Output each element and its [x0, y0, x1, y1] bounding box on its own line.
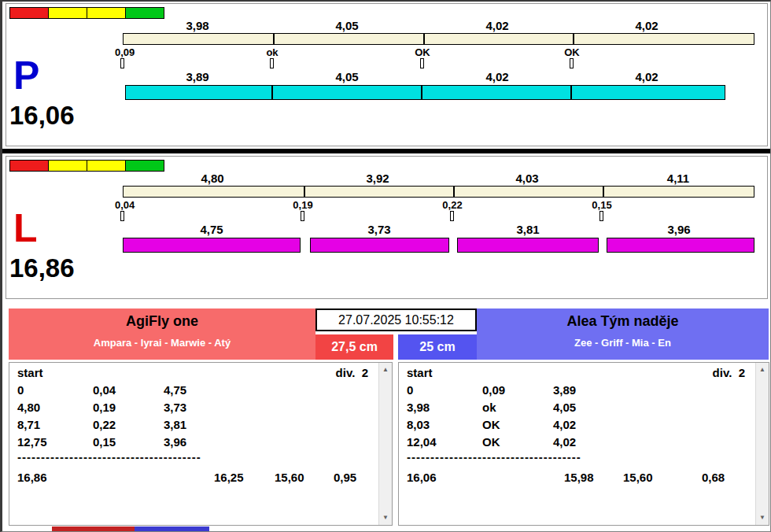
cell-exchange: OK	[482, 435, 500, 449]
run-bar-segment	[310, 238, 449, 253]
run-time: 4,02	[485, 70, 508, 83]
run-time: 4,05	[335, 70, 358, 83]
run-bar-segment	[457, 238, 599, 253]
cell-start-time: 4,80	[17, 401, 40, 414]
run-time: 3,96	[667, 223, 690, 236]
cutoff-row-blue	[135, 526, 209, 532]
team-left-name: AgiFly one	[9, 313, 315, 330]
results-right-scrollbar[interactable]: ▲ ▼	[755, 363, 769, 525]
light-yellow-icon	[87, 8, 126, 18]
exchange-tick	[450, 211, 454, 221]
exchange-tick	[420, 58, 424, 68]
run-time: 3,73	[367, 223, 390, 236]
exchange-tick	[270, 58, 274, 68]
run-bar-cyan	[125, 85, 725, 100]
lane-p-panel: 3,98 4,05 4,02 4,02 0,09 ok OK OK 3,89 4…	[6, 3, 768, 146]
total-time: 16,86	[17, 471, 47, 484]
run-time: 4,75	[200, 223, 223, 236]
lane-divider	[2, 149, 771, 153]
exchange-tick	[301, 211, 304, 221]
bar-divider	[421, 86, 422, 99]
cell-start-time: 12,04	[407, 435, 437, 449]
scroll-up-icon[interactable]: ▲	[379, 364, 392, 376]
exchange-label: OK	[564, 46, 580, 58]
cell-run-time: 4,02	[553, 418, 576, 431]
sum-run-times: 15,98	[564, 471, 594, 484]
start-lights	[9, 7, 164, 19]
reference-bar	[123, 33, 754, 45]
exchange-label: 0,04	[115, 199, 135, 211]
cell-start-time: 0	[407, 383, 413, 397]
exchange-tick	[120, 58, 124, 68]
cell-exchange: OK	[482, 418, 500, 431]
results-separator: ---------------------------------------	[17, 450, 201, 464]
cell-run-time: 4,75	[164, 383, 186, 397]
exchange-tick	[120, 211, 124, 221]
scroll-down-icon[interactable]: ▼	[756, 512, 769, 524]
bar-divider	[273, 34, 275, 44]
cell-start-time: 3,98	[407, 401, 430, 414]
results-left-scrollbar[interactable]: ▲ ▼	[378, 363, 392, 525]
reference-bar	[123, 186, 754, 198]
cell-start-time: 0	[17, 383, 24, 397]
lane-l-panel: 4,80 3,92 4,03 4,11 0,04 0,19 0,22 0,15 …	[6, 156, 768, 299]
exchange-label: OK	[415, 46, 430, 58]
split-time: 4,05	[335, 19, 358, 32]
light-green-icon	[126, 8, 164, 18]
light-red-icon	[10, 8, 49, 18]
results-header-division: div. 2	[713, 366, 745, 379]
exchange-tick	[599, 211, 603, 221]
scroll-up-icon[interactable]: ▲	[756, 364, 769, 376]
time-difference: 0,95	[334, 471, 356, 484]
standard-time: 15,60	[275, 471, 304, 484]
split-time: 4,03	[515, 172, 538, 185]
split-time: 4,80	[201, 172, 223, 185]
standard-time: 15,60	[623, 471, 653, 484]
exchange-label: 0,15	[592, 199, 611, 211]
split-time: 3,92	[366, 172, 389, 185]
team-left-header: AgiFly one Ampara - Iyrai - Marwie - Atý	[9, 308, 315, 360]
exchange-label: ok	[266, 46, 278, 58]
results-header-division: div. 2	[336, 366, 368, 379]
split-time: 3,98	[186, 19, 208, 32]
light-green-icon	[126, 161, 164, 171]
jump-height-right: 25 cm	[398, 334, 477, 360]
bar-divider	[423, 34, 425, 44]
cell-start-time: 8,71	[17, 418, 40, 431]
run-time: 3,89	[186, 70, 208, 83]
bar-divider	[603, 187, 604, 197]
run-time: 4,02	[635, 70, 658, 83]
exchange-label: 0,22	[442, 199, 462, 211]
cell-start-time: 8,03	[407, 418, 430, 431]
timestamp: 27.07.2025 10:55:12	[315, 308, 477, 331]
lane-total-p: 16,06	[9, 102, 75, 130]
scroll-down-icon[interactable]: ▼	[379, 512, 392, 524]
results-separator: -------------------------------------	[407, 450, 581, 464]
lane-letter-p: P	[13, 56, 39, 95]
cell-run-time: 3,96	[164, 435, 186, 449]
time-difference: 0,68	[702, 471, 725, 484]
split-time: 4,02	[485, 19, 508, 32]
light-red-icon	[10, 161, 49, 171]
run-bar-segment	[123, 238, 301, 253]
lane-letter-l: L	[13, 209, 38, 248]
team-right-name: Alea Tým naděje	[477, 313, 769, 330]
start-lights	[9, 160, 164, 172]
cell-run-time: 4,05	[553, 401, 576, 414]
cutoff-row-red	[52, 526, 135, 532]
run-time: 3,81	[516, 223, 539, 236]
exchange-label: 0,19	[293, 199, 312, 211]
results-panel-right: start div. 2 0 0,09 3,89 3,98 ok 4,05 8,…	[398, 362, 769, 526]
cell-run-time: 3,81	[164, 418, 186, 431]
bar-divider	[573, 34, 574, 44]
cell-exchange: ok	[482, 401, 496, 414]
cell-run-time: 4,02	[553, 435, 576, 449]
light-yellow-icon	[49, 161, 87, 171]
bar-divider	[453, 187, 455, 197]
cell-run-time: 3,89	[553, 383, 576, 397]
bar-divider	[304, 187, 305, 197]
cell-exchange: 0,09	[482, 383, 505, 397]
bar-divider	[271, 86, 273, 99]
cell-exchange: 0,22	[93, 418, 116, 431]
cell-exchange: 0,19	[93, 401, 116, 414]
